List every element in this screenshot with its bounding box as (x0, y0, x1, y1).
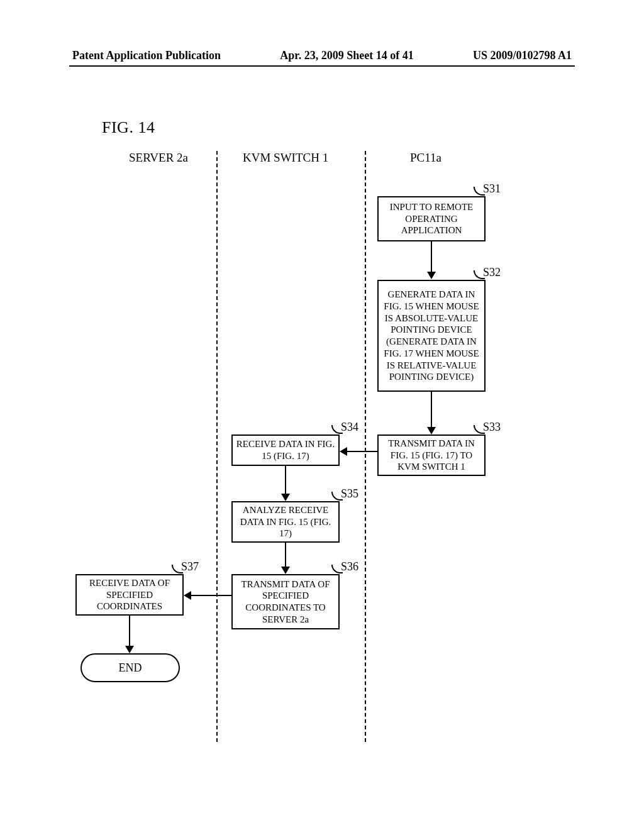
arrow-s35-s36 (279, 543, 292, 574)
step-box-s36: TRANSMIT DATA OF SPECIFIED COORDINATES T… (231, 574, 340, 629)
step-label-s35: S35 (341, 487, 358, 501)
step-label-s36: S36 (341, 560, 358, 573)
svg-marker-13 (125, 646, 134, 653)
step-text-s31: INPUT TO REMOTE OPERATING APPLICATION (381, 201, 482, 236)
arrow-s31-s32 (425, 241, 438, 279)
step-label-s34: S34 (341, 421, 358, 434)
arrow-s36-s37 (184, 589, 231, 602)
header-left: Patent Application Publication (72, 49, 221, 62)
svg-marker-5 (340, 447, 347, 456)
step-text-s35: ANALYZE RECEIVE DATA IN FIG. 15 (FIG. 17… (235, 504, 336, 540)
step-label-s37: S37 (181, 560, 199, 573)
header-center: Apr. 23, 2009 Sheet 14 of 41 (280, 49, 413, 62)
label-connector-s36 (331, 565, 343, 573)
step-label-s32: S32 (483, 266, 501, 279)
lane-divider-1 (216, 151, 218, 742)
step-box-s35: ANALYZE RECEIVE DATA IN FIG. 15 (FIG. 17… (231, 501, 340, 543)
flowchart-diagram: SERVER 2a KVM SWITCH 1 PC11a S31 INPUT T… (69, 151, 516, 748)
terminator-label: END (119, 661, 142, 675)
terminator-end: END (80, 653, 180, 682)
label-connector-s31 (474, 187, 485, 196)
step-label-s31: S31 (483, 182, 501, 196)
arrow-s32-s33 (425, 392, 438, 434)
arrow-s34-s35 (279, 466, 292, 501)
arrow-s33-s34 (340, 445, 377, 458)
label-connector-s33 (474, 425, 485, 434)
step-box-s37: RECEIVE DATA OF SPECIFIED COORDINATES (75, 574, 184, 616)
svg-marker-7 (281, 494, 290, 501)
figure-label: FIG. 14 (102, 118, 155, 137)
page-header: Patent Application Publication Apr. 23, … (0, 49, 644, 62)
header-right: US 2009/0102798 A1 (473, 49, 572, 62)
step-label-s33: S33 (483, 421, 501, 434)
step-text-s34: RECEIVE DATA IN FIG. 15 (FIG. 17) (235, 438, 336, 462)
svg-marker-11 (184, 591, 191, 600)
arrow-s37-end (123, 616, 136, 653)
step-text-s36: TRANSMIT DATA OF SPECIFIED COORDINATES T… (235, 578, 336, 626)
step-text-s32: GENERATE DATA IN FIG. 15 WHEN MOUSE IS A… (381, 289, 482, 383)
label-connector-s34 (331, 425, 343, 434)
step-box-s31: INPUT TO REMOTE OPERATING APPLICATION (377, 196, 486, 241)
svg-marker-9 (281, 567, 290, 574)
svg-marker-1 (427, 272, 436, 279)
header-rule (69, 65, 575, 67)
label-connector-s32 (474, 270, 485, 279)
step-text-s37: RECEIVE DATA OF SPECIFIED COORDINATES (79, 577, 180, 612)
step-text-s33: TRANSMIT DATA IN FIG. 15 (FIG. 17) TO KV… (381, 438, 482, 473)
column-header-pc: PC11a (410, 151, 441, 165)
step-box-s33: TRANSMIT DATA IN FIG. 15 (FIG. 17) TO KV… (377, 434, 486, 476)
label-connector-s37 (172, 565, 183, 573)
svg-marker-3 (427, 427, 436, 434)
step-box-s32: GENERATE DATA IN FIG. 15 WHEN MOUSE IS A… (377, 280, 486, 392)
column-header-server: SERVER 2a (129, 151, 188, 165)
step-box-s34: RECEIVE DATA IN FIG. 15 (FIG. 17) (231, 434, 340, 466)
column-header-kvm: KVM SWITCH 1 (243, 151, 328, 165)
label-connector-s35 (331, 492, 343, 501)
